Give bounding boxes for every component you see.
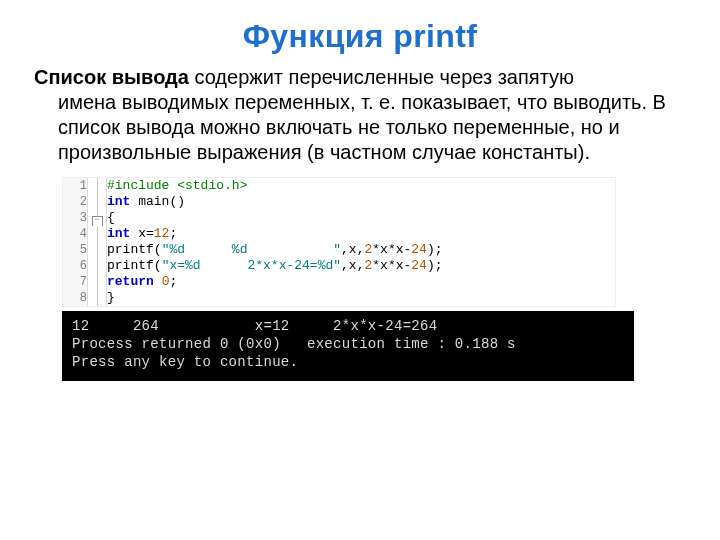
fold-gutter bbox=[88, 178, 107, 194]
line-number: 7 bbox=[63, 274, 88, 290]
line-number: 5 bbox=[63, 242, 88, 258]
line-number: 2 bbox=[63, 194, 88, 210]
code-line: 2int main() bbox=[63, 194, 615, 210]
fold-gutter bbox=[88, 290, 107, 306]
code-line: 3−{ bbox=[63, 210, 615, 226]
line-number: 6 bbox=[63, 258, 88, 274]
line-number: 4 bbox=[63, 226, 88, 242]
body-lead: Список вывода bbox=[34, 66, 189, 88]
code-content: return 0; bbox=[107, 274, 616, 290]
fold-gutter: − bbox=[88, 210, 107, 226]
code-line: 8} bbox=[63, 290, 615, 306]
code-line: 7return 0; bbox=[63, 274, 615, 290]
code-line: 6printf("x=%d 2*x*x-24=%d",x,2*x*x-24); bbox=[63, 258, 615, 274]
fold-gutter bbox=[88, 242, 107, 258]
code-content: #include <stdio.h> bbox=[107, 178, 616, 194]
fold-gutter bbox=[88, 274, 107, 290]
code-content: int main() bbox=[107, 194, 616, 210]
body-paragraph: Список вывода содержит перечисленные чер… bbox=[34, 65, 686, 165]
line-number: 3 bbox=[63, 210, 88, 226]
code-content: int x=12; bbox=[107, 226, 616, 242]
code-content: { bbox=[107, 210, 616, 226]
body-text-rest: имена выводимых переменных, т. е. показы… bbox=[34, 90, 686, 165]
code-table: 1#include <stdio.h>2int main()3−{4int x=… bbox=[63, 178, 615, 306]
code-content: printf("%d %d ",x,2*x*x-24); bbox=[107, 242, 616, 258]
console-line-2: Process returned 0 (0x0) execution time … bbox=[72, 336, 516, 352]
code-line: 1#include <stdio.h> bbox=[63, 178, 615, 194]
fold-gutter bbox=[88, 258, 107, 274]
console-output: 12 264 x=12 2*x*x-24=264 Process returne… bbox=[62, 311, 634, 381]
line-number: 8 bbox=[63, 290, 88, 306]
code-editor: 1#include <stdio.h>2int main()3−{4int x=… bbox=[62, 177, 616, 307]
console-line-3: Press any key to continue. bbox=[72, 354, 298, 370]
code-line: 5printf("%d %d ",x,2*x*x-24); bbox=[63, 242, 615, 258]
code-content: } bbox=[107, 290, 616, 306]
fold-gutter bbox=[88, 226, 107, 242]
slide: Функция printf Список вывода содержит пе… bbox=[0, 0, 720, 540]
code-content: printf("x=%d 2*x*x-24=%d",x,2*x*x-24); bbox=[107, 258, 616, 274]
console-line-1: 12 264 x=12 2*x*x-24=264 bbox=[72, 318, 437, 334]
line-number: 1 bbox=[63, 178, 88, 194]
code-line: 4int x=12; bbox=[63, 226, 615, 242]
fold-gutter bbox=[88, 194, 107, 210]
body-text-first: содержит перечисленные через запятую bbox=[189, 66, 574, 88]
slide-title: Функция printf bbox=[34, 18, 686, 55]
